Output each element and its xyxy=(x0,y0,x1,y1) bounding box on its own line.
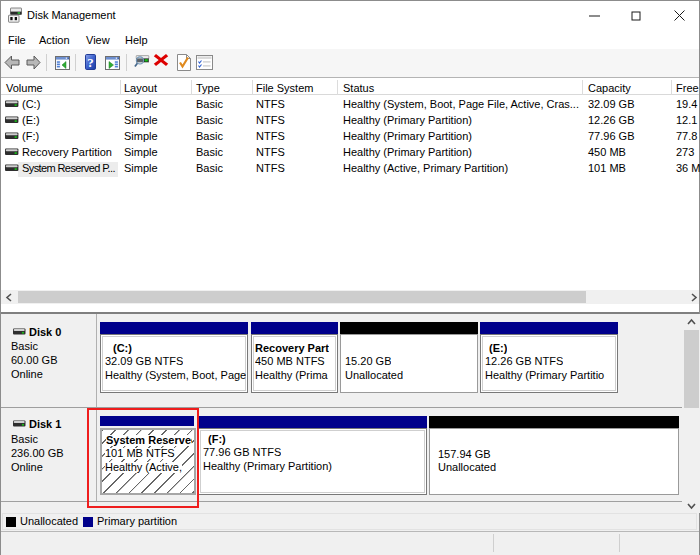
svg-text:?: ? xyxy=(87,55,94,70)
